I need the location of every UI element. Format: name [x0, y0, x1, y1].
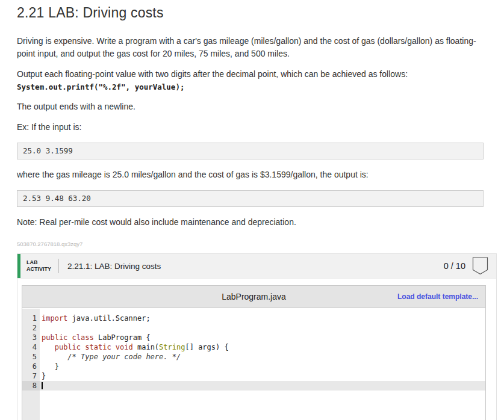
line-number: 7 [22, 371, 40, 381]
note-text: Note: Real per-mile cost would also incl… [17, 216, 487, 229]
code-line[interactable]: 5 /* Type your code here. */ [22, 352, 485, 362]
code-line[interactable]: 3public class LabProgram { [22, 333, 485, 342]
lab-activity-badge: LAB ACTIVITY [20, 254, 58, 278]
code-line-text[interactable] [40, 381, 485, 391]
line-number: 5 [22, 352, 40, 362]
code-line-text[interactable]: } [40, 362, 485, 371]
line-number: 2 [22, 323, 40, 333]
example-prompt-text: Ex: If the input is: [17, 121, 487, 134]
line-number: 8 [22, 381, 40, 391]
line-number: 6 [22, 362, 40, 371]
intro-text: Driving is expensive. Write a program wi… [17, 35, 487, 60]
score-text: 0 / 10 [444, 261, 465, 271]
code-line-text[interactable] [40, 323, 485, 333]
lab-badge-line2: ACTIVITY [26, 266, 51, 273]
score-area: 0 / 10 [444, 254, 496, 278]
editor-filename: LabProgram.java [222, 292, 286, 301]
line-number: 1 [22, 313, 40, 323]
code-line[interactable]: 8 [22, 381, 485, 391]
lab-activity-header: LAB ACTIVITY 2.21.1: LAB: Driving costs … [17, 254, 496, 279]
lab-activity-title: 2.21.1: LAB: Driving costs [59, 254, 444, 278]
example-explain-text: where the gas mileage is 25.0 miles/gall… [17, 168, 487, 181]
lab-activity-card: LAB ACTIVITY 2.21.1: LAB: Driving costs … [17, 253, 497, 420]
score-bookmark-icon [472, 257, 488, 275]
code-line[interactable]: 2 [22, 323, 485, 333]
code-line-text[interactable]: public static void main(String[] args) { [40, 342, 485, 352]
editor-header: LabProgram.java Load default template... [22, 286, 485, 308]
code-rows[interactable]: 1import java.util.Scanner;23public class… [22, 309, 485, 420]
load-default-template-link[interactable]: Load default template... [397, 292, 478, 301]
code-line-text[interactable]: public class LabProgram { [40, 333, 485, 342]
code-line[interactable]: 6 } [22, 362, 485, 371]
line-number: 4 [22, 342, 40, 352]
newline-note-text: The output ends with a newline. [17, 100, 487, 113]
page-title: 2.21 LAB: Driving costs [17, 5, 497, 21]
code-editor: LabProgram.java Load default template...… [22, 285, 486, 420]
example-output-box: 2.53 9.48 63.20 [17, 190, 484, 207]
example-input-box: 25.0 3.1599 [17, 143, 484, 159]
content-id-text: 503870.2767818.qx3zqy7 [17, 241, 497, 247]
lab-activity-body: LabProgram.java Load default template...… [17, 279, 496, 420]
code-line-text[interactable]: /* Type your code here. */ [40, 352, 485, 362]
code-line-text[interactable]: import java.util.Scanner; [40, 313, 485, 323]
code-line[interactable]: 7} [22, 371, 485, 381]
lab-badge-line1: LAB [26, 259, 51, 266]
format-note-text: Output each floating-point value with tw… [17, 68, 487, 81]
code-line-text[interactable]: } [40, 371, 485, 381]
text-cursor [42, 382, 43, 389]
printf-code-snippet: System.out.printf("%.2f", yourValue); [17, 82, 497, 91]
code-line[interactable]: 1import java.util.Scanner; [22, 313, 485, 323]
line-number: 3 [22, 333, 40, 342]
lab-assignment-page: 2.21 LAB: Driving costs Driving is expen… [0, 0, 504, 420]
code-line[interactable]: 4 public static void main(String[] args)… [22, 342, 485, 352]
